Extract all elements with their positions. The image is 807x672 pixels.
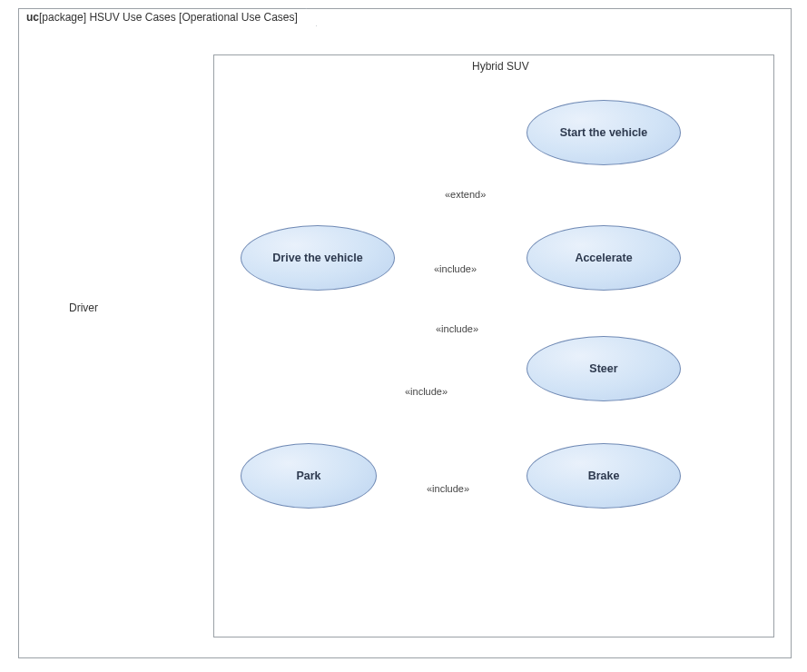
usecase-start-label: Start the vehicle <box>560 126 648 139</box>
frame-kind-keyword: uc <box>26 11 39 24</box>
label-include-drive-brake: «include» <box>405 386 448 397</box>
usecase-drive-label: Drive the vehicle <box>272 252 362 264</box>
usecase-park-label: Park <box>296 469 320 482</box>
usecase-accelerate-label: Accelerate <box>575 252 632 264</box>
usecase-park: Park <box>241 443 377 509</box>
subject-label: Hybrid SUV <box>472 60 529 73</box>
actor-driver-label: Driver <box>64 301 103 314</box>
frame-title-tab: uc[package] HSUV Use Cases [Operational … <box>18 8 317 26</box>
label-include-drive-steer: «include» <box>436 323 478 334</box>
diagram-canvas: uc[package] HSUV Use Cases [Operational … <box>0 0 807 672</box>
label-extend-start-drive: «extend» <box>445 189 486 200</box>
usecase-brake: Brake <box>527 443 681 509</box>
usecase-accelerate: Accelerate <box>527 225 681 291</box>
usecase-brake-label: Brake <box>588 469 620 482</box>
usecase-drive: Drive the vehicle <box>241 225 395 291</box>
usecase-steer-label: Steer <box>589 362 617 375</box>
usecase-start: Start the vehicle <box>527 100 681 165</box>
label-include-park-brake: «include» <box>427 483 469 494</box>
subject-boundary <box>213 54 774 637</box>
usecase-steer: Steer <box>527 336 681 401</box>
frame-kind-text: [package] HSUV Use Cases [Operational Us… <box>39 11 298 24</box>
label-include-drive-accelerate: «include» <box>434 263 477 274</box>
